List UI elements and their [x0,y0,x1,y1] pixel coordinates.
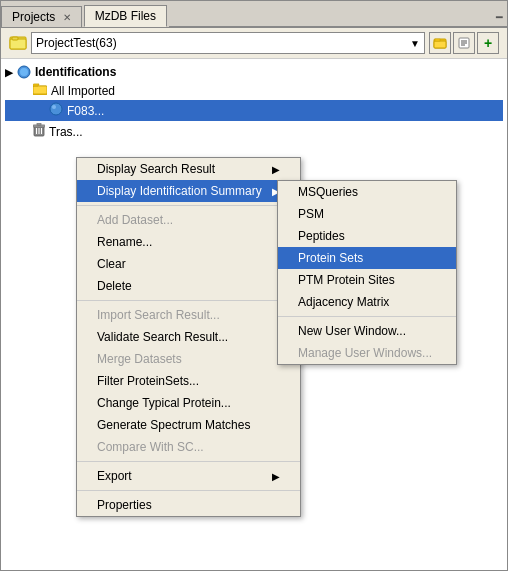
project-select-bar: ProjectTest(63) ▼ + [1,28,507,59]
menu-add-dataset-label: Add Dataset... [97,213,173,227]
submenu-peptides[interactable]: Peptides [278,225,456,247]
project-name: ProjectTest(63) [36,36,117,50]
svg-point-11 [20,68,28,76]
menu-rename-label: Rename... [97,235,152,249]
project-new-button[interactable]: + [477,32,499,54]
tab-projects-label: Projects [12,10,55,24]
submenu-adjacency-matrix-label: Adjacency Matrix [298,295,389,309]
submenu-manage-user-windows[interactable]: Manage User Windows... [278,342,456,364]
menu-item-display-id-summary[interactable]: Display Identification Summary ▶ MSQueri… [77,180,300,202]
menu-generate-spectrum-matches-label: Generate Spectrum Matches [97,418,250,432]
tab-bar: Projects ✕ MzDB Files ━ [1,1,507,28]
project-action-buttons: + [429,32,499,54]
context-menu-separator-2 [77,300,300,301]
svg-rect-2 [12,37,18,40]
identifications-icon [17,65,31,79]
svg-rect-4 [434,41,446,48]
menu-export-label: Export [97,469,132,483]
menu-item-add-dataset[interactable]: Add Dataset... [77,209,300,231]
menu-clear-label: Clear [97,257,126,271]
tree-item-trash-label: Tras... [49,125,83,139]
tree-root-label: Identifications [35,65,116,79]
menu-item-display-search-result[interactable]: Display Search Result ▶ [77,158,300,180]
menu-import-search-result-label: Import Search Result... [97,308,220,322]
context-menu: Display Search Result ▶ Display Identifi… [76,157,301,517]
svg-point-14 [50,103,62,115]
submenu-psm-label: PSM [298,207,324,221]
submenu-msqueries-label: MSQueries [298,185,358,199]
menu-merge-datasets-label: Merge Datasets [97,352,182,366]
menu-item-validate-search-result[interactable]: Validate Search Result... [77,326,300,348]
submenu-new-user-window[interactable]: New User Window... [278,320,456,342]
menu-item-merge-datasets[interactable]: Merge Datasets [77,348,300,370]
tree-expand-icon: ▶ [5,67,13,78]
menu-item-change-typical-protein[interactable]: Change Typical Protein... [77,392,300,414]
svg-rect-13 [33,86,47,94]
tab-mzdb-files-label: MzDB Files [95,9,156,23]
submenu-manage-user-windows-label: Manage User Windows... [298,346,432,360]
submenu-new-user-window-label: New User Window... [298,324,406,338]
menu-item-properties[interactable]: Properties [77,494,300,516]
svg-point-15 [52,105,56,109]
sphere-icon [49,102,63,119]
dropdown-arrow-icon: ▼ [410,38,420,49]
menu-change-typical-protein-label: Change Typical Protein... [97,396,231,410]
menu-display-id-summary-label: Display Identification Summary [97,184,262,198]
main-content: ▶ Identifications All Imported [1,59,507,570]
menu-item-clear[interactable]: Clear [77,253,300,275]
submenu-ptm-protein-sites[interactable]: PTM Protein Sites [278,269,456,291]
folder-icon [33,83,47,98]
main-window: Projects ✕ MzDB Files ━ ProjectTest(63) … [0,0,508,571]
submenu-peptides-label: Peptides [298,229,345,243]
tree-item-all-imported[interactable]: All Imported [5,81,503,100]
export-submenu-arrow-icon: ▶ [272,471,280,482]
menu-display-search-result-label: Display Search Result [97,162,215,176]
menu-item-rename[interactable]: Rename... [77,231,300,253]
trash-icon [33,123,45,140]
tree-item-f083-label: F083... [67,104,104,118]
submenu-arrow-icon: ▶ [272,164,280,175]
svg-rect-5 [435,39,440,41]
submenu-psm[interactable]: PSM [278,203,456,225]
tab-projects-close-icon[interactable]: ✕ [63,12,71,23]
tree-item-all-imported-label: All Imported [51,84,115,98]
project-icon [9,34,27,52]
tab-mzdb-files[interactable]: MzDB Files [84,5,167,27]
submenu-protein-sets-label: Protein Sets [298,251,363,265]
menu-properties-label: Properties [97,498,152,512]
menu-filter-protein-sets-label: Filter ProteinSets... [97,374,199,388]
tree-root[interactable]: ▶ Identifications [5,63,503,81]
menu-item-import-search-result[interactable]: Import Search Result... [77,304,300,326]
window-minimize-icon[interactable]: ━ [496,11,503,24]
submenu-display-id-summary: MSQueries PSM Peptides Protein Sets PTM … [277,180,457,365]
submenu-adjacency-matrix[interactable]: Adjacency Matrix [278,291,456,313]
menu-item-delete[interactable]: Delete [77,275,300,297]
submenu-ptm-protein-sites-label: PTM Protein Sites [298,273,395,287]
svg-rect-1 [10,39,26,49]
svg-rect-18 [37,123,41,125]
context-menu-separator-3 [77,461,300,462]
menu-item-export[interactable]: Export ▶ [77,465,300,487]
menu-item-generate-spectrum-matches[interactable]: Generate Spectrum Matches [77,414,300,436]
menu-delete-label: Delete [97,279,132,293]
submenu-protein-sets[interactable]: Protein Sets [278,247,456,269]
project-dropdown[interactable]: ProjectTest(63) ▼ [31,32,425,54]
context-menu-separator-4 [77,490,300,491]
menu-item-filter-protein-sets[interactable]: Filter ProteinSets... [77,370,300,392]
menu-item-compare-with-sc[interactable]: Compare With SC... [77,436,300,458]
submenu-msqueries[interactable]: MSQueries [278,181,456,203]
context-menu-separator-1 [77,205,300,206]
project-open-button[interactable] [429,32,451,54]
project-edit-button[interactable] [453,32,475,54]
menu-validate-search-result-label: Validate Search Result... [97,330,228,344]
tab-projects[interactable]: Projects ✕ [1,6,82,27]
submenu-separator-1 [278,316,456,317]
menu-compare-with-sc-label: Compare With SC... [97,440,204,454]
tree-item-trash[interactable]: Tras... [5,121,503,142]
tree-item-f083[interactable]: F083... [5,100,503,121]
